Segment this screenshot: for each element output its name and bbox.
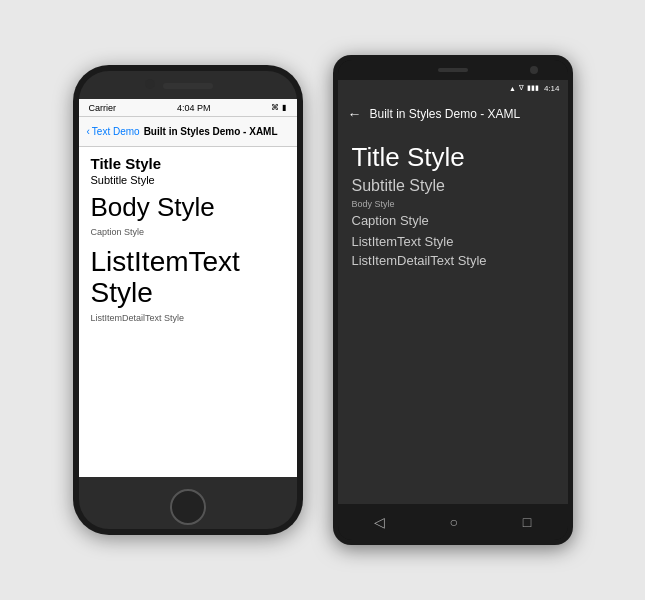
android-content: Title Style Subtitle Style Body Style Ca… xyxy=(338,132,568,504)
ios-content: Title Style Subtitle Style Body Style Ca… xyxy=(79,147,297,477)
ios-time: 4:04 PM xyxy=(177,103,211,113)
android-home-nav-button[interactable]: ○ xyxy=(450,514,458,530)
android-phone-inner: ▲ ∇ ▮▮▮ 4:14 ← Built in Styles Demo - XA… xyxy=(338,60,568,540)
ios-listitemdetail-style: ListItemDetailText Style xyxy=(91,313,285,323)
ios-battery-icon: ▮ xyxy=(282,103,286,112)
android-recent-nav-button[interactable]: □ xyxy=(523,514,531,530)
android-signal-icon: ▲ xyxy=(509,85,516,92)
android-toolbar: ← Built in Styles Demo - XAML xyxy=(338,96,568,132)
ios-phone-inner: Carrier 4:04 PM ⌘ ▮ ‹ Text Demo Built in… xyxy=(79,71,297,529)
android-time: 4:14 xyxy=(544,84,560,93)
android-subtitle-style: Subtitle Style xyxy=(352,177,554,195)
ios-status-right: ⌘ ▮ xyxy=(271,103,286,112)
android-listitemdetail-style: ListItemDetailText Style xyxy=(352,253,554,268)
ios-camera xyxy=(145,79,155,89)
ios-carrier: Carrier xyxy=(89,103,117,113)
ios-nav-bar: ‹ Text Demo Built in Styles Demo - XAML xyxy=(79,117,297,147)
ios-status-bar: Carrier 4:04 PM ⌘ ▮ xyxy=(79,99,297,117)
android-back-button[interactable]: ← xyxy=(348,106,362,122)
android-speaker xyxy=(438,68,468,72)
ios-body-style: Body Style xyxy=(91,192,285,223)
ios-wifi-icon: ⌘ xyxy=(271,103,279,112)
ios-home-button[interactable] xyxy=(170,489,206,525)
android-title-style: Title Style xyxy=(352,142,554,173)
ios-speaker xyxy=(163,83,213,89)
android-battery-icon: ▮▮▮ xyxy=(527,84,539,92)
android-status-bar: ▲ ∇ ▮▮▮ 4:14 xyxy=(338,80,568,96)
android-phone: ▲ ∇ ▮▮▮ 4:14 ← Built in Styles Demo - XA… xyxy=(333,55,573,545)
ios-back-label: Text Demo xyxy=(92,126,140,137)
android-listitem-style: ListItemText Style xyxy=(352,234,554,249)
android-caption-style: Caption Style xyxy=(352,213,554,228)
android-back-nav-button[interactable]: ◁ xyxy=(374,514,385,530)
ios-nav-title: Built in Styles Demo - XAML xyxy=(144,126,278,137)
ios-phone: Carrier 4:04 PM ⌘ ▮ ‹ Text Demo Built in… xyxy=(73,65,303,535)
scene: Carrier 4:04 PM ⌘ ▮ ‹ Text Demo Built in… xyxy=(53,35,593,565)
ios-listitem-style: ListItemTextStyle xyxy=(91,247,285,309)
ios-caption-style: Caption Style xyxy=(91,227,285,237)
android-body-style: Body Style xyxy=(352,199,554,209)
android-wifi-icon: ∇ xyxy=(519,84,524,92)
ios-back-button[interactable]: ‹ Text Demo xyxy=(87,126,140,137)
ios-subtitle-style: Subtitle Style xyxy=(91,174,285,186)
ios-title-style: Title Style xyxy=(91,155,285,172)
android-bottom-nav: ◁ ○ □ xyxy=(338,504,568,540)
android-top-bar xyxy=(338,60,568,80)
android-toolbar-title: Built in Styles Demo - XAML xyxy=(370,107,521,121)
ios-screen: Carrier 4:04 PM ⌘ ▮ ‹ Text Demo Built in… xyxy=(79,99,297,477)
ios-back-chevron: ‹ xyxy=(87,126,90,137)
android-camera xyxy=(530,66,538,74)
